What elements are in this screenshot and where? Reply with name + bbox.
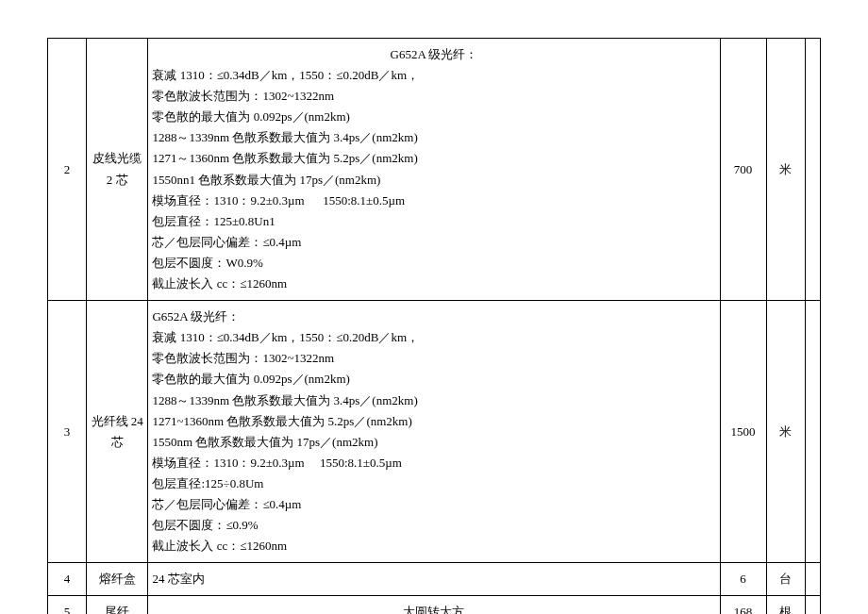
cell-name: 皮线光缆 2 芯 — [86, 39, 148, 301]
spec-line: 模场直径：1310：9.2±0.3µm 1550:8.1±0.5µm — [152, 453, 715, 473]
cell-extra — [805, 39, 820, 301]
spec-line: 零色散波长范围为：1302~1322nm — [152, 348, 715, 369]
spec-line: 衰减 1310：≤0.34dB／km，1550：≤0.20dB／km， — [152, 327, 715, 348]
spec-line: 1288～1339nm 色散系数最大值为 3.4ps／(nm2km) — [152, 127, 715, 148]
cell-unit: 根 — [766, 596, 805, 614]
spec-line: 截止波长入 cc：≤1260nm — [152, 274, 715, 294]
spec-line: 衰减 1310：≤0.34dB／km，1550：≤0.20dB／km， — [152, 65, 715, 86]
spec-line: 包层不圆度：W0.9% — [152, 253, 715, 274]
spec-line: 零色散的最大值为 0.092ps／(nm2km) — [152, 369, 715, 390]
cell-unit: 米 — [766, 39, 805, 301]
cell-num: 3 — [48, 301, 87, 563]
spec-header: G652A 级光纤： — [152, 44, 715, 65]
spec-line: 零色散波长范围为：1302~1322nm — [152, 86, 715, 107]
spec-line: 1271~1360nm 色散系数最大值为 5.2ps／(nm2km) — [152, 411, 715, 432]
spec-line: 包层直径:125÷0.8Um — [152, 473, 715, 494]
spec-line: G652A 级光纤： — [152, 307, 715, 327]
table-row: 5 尾纤 大圆转大方 168 根 — [48, 596, 821, 614]
cell-name: 熔纤盒 — [86, 563, 148, 596]
spec-line: 1288～1339nm 色散系数最大值为 3.4ps／(nm2km) — [152, 390, 715, 411]
cell-extra — [805, 563, 820, 596]
spec-line: 芯／包层同心偏差：≤0.4µm — [152, 494, 715, 515]
spec-line: 1550nm 色散系数最大值为 17ps／(nm2km) — [152, 432, 715, 453]
spec-line: 零色散的最大值为 0.092ps／(nm2km) — [152, 107, 715, 127]
cell-name: 尾纤 — [86, 596, 148, 614]
cell-spec: G652A 级光纤： 衰减 1310：≤0.34dB／km，1550：≤0.20… — [148, 301, 720, 563]
cell-num: 4 — [48, 563, 87, 596]
cell-qty: 700 — [720, 39, 766, 301]
cell-extra — [805, 596, 820, 614]
spec-line: 模场直径：1310：9.2±0.3µm 1550:8.1±0.5µm — [152, 191, 715, 211]
cell-qty: 1500 — [720, 301, 766, 563]
table-row: 4 熔纤盒 24 芯室内 6 台 — [48, 563, 821, 596]
spec-line: 1550nn1 色散系数最大值为 17ps／(nm2km) — [152, 170, 715, 191]
cell-name: 光纤线 24 芯 — [86, 301, 148, 563]
cell-extra — [805, 301, 820, 563]
cell-num: 5 — [48, 596, 87, 614]
cell-spec: 大圆转大方 — [148, 596, 720, 614]
cell-num: 2 — [48, 39, 87, 301]
spec-line: 包层直径：125±0.8Un1 — [152, 211, 715, 232]
spec-line: 芯／包层同心偏差：≤0.4µm — [152, 232, 715, 253]
spec-line: 截止波长入 cc：≤1260nm — [152, 536, 715, 556]
cell-spec: 24 芯室内 — [148, 563, 720, 596]
table-row: 2 皮线光缆 2 芯 G652A 级光纤： 衰减 1310：≤0.34dB／km… — [48, 39, 821, 301]
cell-qty: 168 — [720, 596, 766, 614]
spec-table: 2 皮线光缆 2 芯 G652A 级光纤： 衰减 1310：≤0.34dB／km… — [47, 38, 821, 614]
spec-line: 24 芯室内 — [152, 569, 715, 589]
table-row: 3 光纤线 24 芯 G652A 级光纤： 衰减 1310：≤0.34dB／km… — [48, 301, 821, 563]
cell-spec: G652A 级光纤： 衰减 1310：≤0.34dB／km，1550：≤0.20… — [148, 39, 720, 301]
cell-unit: 米 — [766, 301, 805, 563]
cell-qty: 6 — [720, 563, 766, 596]
spec-line: 包层不圆度：≤0.9% — [152, 515, 715, 536]
spec-line: 1271～1360nm 色散系数最大值为 5.2ps／(nm2km) — [152, 148, 715, 169]
cell-unit: 台 — [766, 563, 805, 596]
